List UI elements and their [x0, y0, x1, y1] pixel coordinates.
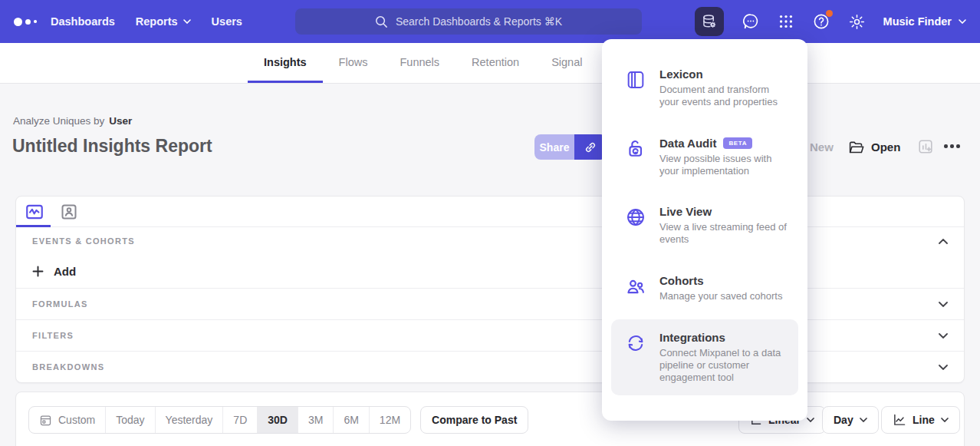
menu-item-description: View a live streaming feed of events [659, 221, 789, 246]
grid-dots-icon [778, 13, 794, 30]
chevron-down-icon [939, 365, 948, 370]
page-title[interactable]: Untitled Insights Report [12, 136, 212, 157]
add-event-button[interactable]: Add [16, 255, 964, 288]
section-label-events: EVENTS & COHORTS [32, 236, 135, 246]
feedback-bubble-icon [742, 12, 760, 31]
pulse-chart-icon [25, 202, 44, 222]
range-today[interactable]: Today [105, 407, 154, 433]
range-custom[interactable]: Custom [29, 407, 105, 433]
interval-selector-button[interactable]: Day [822, 406, 879, 434]
date-range-segmented-control: Custom Today Yesterday 7D 30D 3M 6M 12M [28, 406, 411, 434]
add-to-dashboard-button[interactable] [917, 138, 934, 155]
section-label-formulas: FORMULAS [32, 299, 88, 309]
calendar-icon [39, 414, 52, 427]
help-button[interactable] [812, 12, 830, 31]
chevron-down-icon [939, 302, 948, 307]
tab-profiles-view[interactable] [60, 203, 78, 221]
search-input[interactable]: Search Dashboards & Reports ⌘K [295, 8, 642, 35]
breakdowns-section-row[interactable]: BREAKDOWNS [16, 351, 964, 382]
filters-section-row[interactable]: FILTERS [16, 319, 964, 351]
menu-item-cohorts[interactable]: Cohorts Manage your saved cohorts [611, 263, 798, 314]
open-label: Open [871, 140, 900, 154]
person-icon [60, 203, 78, 221]
feedback-button[interactable] [742, 12, 760, 31]
report-subtitle: Analyze Uniques byUser [13, 115, 132, 127]
project-selector[interactable]: Music Finder [883, 15, 966, 28]
active-tab-underline [16, 225, 51, 227]
project-name: Music Finder [883, 15, 952, 28]
chevron-down-icon [941, 418, 949, 422]
report-tabbar: Insights Flows Funnels Retention Signal … [0, 43, 980, 84]
nav-item-reports[interactable]: Reports [136, 15, 191, 28]
menu-item-live-view[interactable]: Live View View a live streaming feed of … [611, 193, 798, 257]
add-label: Add [54, 265, 76, 278]
nav-item-dashboards[interactable]: Dashboards [51, 15, 115, 28]
mixpanel-logo-icon[interactable] [14, 18, 44, 26]
notification-dot [826, 10, 833, 17]
tab-signal[interactable]: Signal [535, 43, 598, 83]
beta-badge: BETA [723, 137, 752, 149]
tab-funnels[interactable]: Funnels [383, 43, 455, 83]
folder-icon [848, 140, 864, 154]
chart-add-icon [917, 138, 934, 155]
compare-to-past-button[interactable]: Compare to Past [420, 406, 528, 434]
menu-item-description: Document and transform your events and p… [659, 84, 789, 108]
new-report-button[interactable]: New [810, 134, 834, 160]
chart-toolbar: Custom Today Yesterday 7D 30D 3M 6M 12M … [15, 391, 965, 446]
menu-item-title: Live View [659, 205, 789, 218]
chevron-down-icon [183, 19, 191, 24]
search-icon [375, 15, 388, 28]
builder-tab-row [16, 197, 964, 227]
data-audit-lock-icon [625, 137, 646, 177]
tab-events-view[interactable] [25, 202, 44, 222]
menu-item-integrations[interactable]: Integrations Connect Mixpanel to a data … [611, 319, 798, 395]
menu-item-title: Data Audit BETA [659, 137, 789, 150]
chevron-up-icon [939, 239, 948, 244]
share-button-group: Share [534, 134, 607, 160]
tab-flows[interactable]: Flows [323, 43, 384, 83]
nav-links: Dashboards Reports Users [51, 15, 242, 28]
data-management-button[interactable] [695, 7, 724, 36]
menu-item-title: Cohorts [659, 274, 789, 287]
top-navigation: Dashboards Reports Users Search Dashboar… [0, 0, 980, 43]
query-builder-panel: EVENTS & COHORTS Add FORMULAS FILTERS BR… [15, 196, 965, 383]
open-report-button[interactable]: Open [848, 134, 900, 160]
tab-insights[interactable]: Insights [248, 43, 323, 83]
link-icon [584, 140, 597, 154]
chevron-down-icon [807, 418, 814, 422]
expand-filters-button[interactable] [939, 333, 948, 339]
more-options-button[interactable] [944, 144, 960, 148]
collapse-events-button[interactable] [939, 239, 948, 244]
formulas-section-row[interactable]: FORMULAS [16, 288, 964, 319]
section-label-filters: FILTERS [32, 331, 74, 340]
expand-formulas-button[interactable] [939, 302, 948, 307]
range-6m[interactable]: 6M [333, 407, 368, 433]
menu-item-description: Connect Mixpanel to a data pipeline or c… [659, 347, 789, 384]
live-view-globe-icon [625, 205, 646, 246]
gear-icon [848, 13, 866, 31]
chart-type-selector-button[interactable]: Line [881, 406, 960, 434]
range-7d[interactable]: 7D [222, 407, 257, 433]
analyze-entity-selector[interactable]: User [109, 115, 132, 127]
share-button[interactable]: Share [534, 134, 574, 160]
tab-retention[interactable]: Retention [455, 43, 535, 83]
settings-button[interactable] [848, 13, 866, 31]
range-3m[interactable]: 3M [298, 407, 333, 433]
subtitle-prefix: Analyze Uniques by [13, 115, 104, 127]
lexicon-book-icon [625, 68, 646, 108]
nav-right-cluster: Music Finder [695, 0, 966, 43]
apps-grid-button[interactable] [778, 13, 794, 30]
range-12m[interactable]: 12M [369, 407, 410, 433]
menu-item-description: View possible issues with your implement… [659, 153, 789, 177]
menu-item-title: Integrations [659, 331, 789, 344]
data-management-menu: Lexicon Document and transform your even… [602, 39, 807, 421]
range-30d[interactable]: 30D [257, 407, 298, 433]
menu-item-data-audit[interactable]: Data Audit BETA View possible issues wit… [611, 125, 798, 189]
chevron-down-icon [959, 19, 966, 24]
range-yesterday[interactable]: Yesterday [155, 407, 223, 433]
search-placeholder: Search Dashboards & Reports ⌘K [396, 15, 562, 28]
expand-breakdowns-button[interactable] [939, 365, 948, 370]
menu-item-lexicon[interactable]: Lexicon Document and transform your even… [611, 56, 798, 120]
section-label-breakdowns: BREAKDOWNS [32, 362, 104, 372]
nav-item-users[interactable]: Users [212, 15, 242, 28]
